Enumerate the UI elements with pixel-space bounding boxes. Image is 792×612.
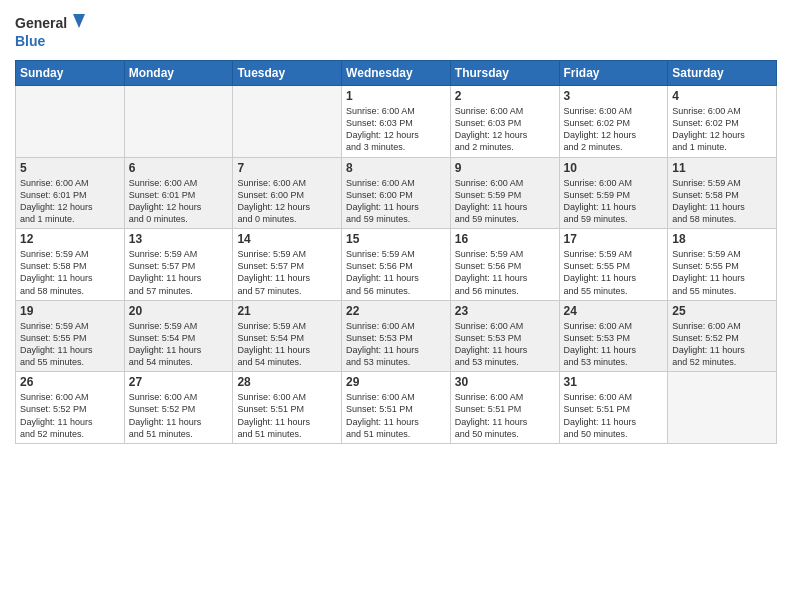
week-row-4: 19Sunrise: 5:59 AMSunset: 5:55 PMDayligh… (16, 300, 777, 372)
day-info: Sunrise: 6:00 AMSunset: 5:51 PMDaylight:… (346, 391, 446, 440)
weekday-header-tuesday: Tuesday (233, 61, 342, 86)
day-cell: 16Sunrise: 5:59 AMSunset: 5:56 PMDayligh… (450, 229, 559, 301)
day-number: 9 (455, 161, 555, 175)
weekday-header-monday: Monday (124, 61, 233, 86)
day-cell: 15Sunrise: 5:59 AMSunset: 5:56 PMDayligh… (342, 229, 451, 301)
logo-svg: General Blue (15, 10, 85, 52)
day-number: 21 (237, 304, 337, 318)
day-number: 7 (237, 161, 337, 175)
weekday-header-sunday: Sunday (16, 61, 125, 86)
day-info: Sunrise: 5:59 AMSunset: 5:55 PMDaylight:… (20, 320, 120, 369)
header: General Blue (15, 10, 777, 52)
day-info: Sunrise: 6:00 AMSunset: 6:02 PMDaylight:… (672, 105, 772, 154)
day-cell: 5Sunrise: 6:00 AMSunset: 6:01 PMDaylight… (16, 157, 125, 229)
day-cell: 31Sunrise: 6:00 AMSunset: 5:51 PMDayligh… (559, 372, 668, 444)
day-number: 3 (564, 89, 664, 103)
day-info: Sunrise: 6:00 AMSunset: 5:52 PMDaylight:… (129, 391, 229, 440)
day-cell: 18Sunrise: 5:59 AMSunset: 5:55 PMDayligh… (668, 229, 777, 301)
day-info: Sunrise: 6:00 AMSunset: 5:53 PMDaylight:… (455, 320, 555, 369)
svg-text:General: General (15, 15, 67, 31)
day-cell: 27Sunrise: 6:00 AMSunset: 5:52 PMDayligh… (124, 372, 233, 444)
day-cell: 29Sunrise: 6:00 AMSunset: 5:51 PMDayligh… (342, 372, 451, 444)
day-info: Sunrise: 6:00 AMSunset: 5:51 PMDaylight:… (564, 391, 664, 440)
day-info: Sunrise: 5:59 AMSunset: 5:57 PMDaylight:… (129, 248, 229, 297)
day-info: Sunrise: 6:00 AMSunset: 6:02 PMDaylight:… (564, 105, 664, 154)
weekday-header-wednesday: Wednesday (342, 61, 451, 86)
day-cell: 30Sunrise: 6:00 AMSunset: 5:51 PMDayligh… (450, 372, 559, 444)
day-number: 20 (129, 304, 229, 318)
day-info: Sunrise: 5:59 AMSunset: 5:55 PMDaylight:… (564, 248, 664, 297)
day-number: 17 (564, 232, 664, 246)
day-info: Sunrise: 6:00 AMSunset: 6:03 PMDaylight:… (455, 105, 555, 154)
day-number: 26 (20, 375, 120, 389)
day-cell: 10Sunrise: 6:00 AMSunset: 5:59 PMDayligh… (559, 157, 668, 229)
day-number: 4 (672, 89, 772, 103)
day-cell: 19Sunrise: 5:59 AMSunset: 5:55 PMDayligh… (16, 300, 125, 372)
day-number: 19 (20, 304, 120, 318)
day-number: 2 (455, 89, 555, 103)
day-number: 23 (455, 304, 555, 318)
day-number: 6 (129, 161, 229, 175)
week-row-5: 26Sunrise: 6:00 AMSunset: 5:52 PMDayligh… (16, 372, 777, 444)
day-info: Sunrise: 6:00 AMSunset: 5:53 PMDaylight:… (564, 320, 664, 369)
day-number: 10 (564, 161, 664, 175)
day-number: 18 (672, 232, 772, 246)
day-number: 14 (237, 232, 337, 246)
weekday-header-saturday: Saturday (668, 61, 777, 86)
day-cell: 25Sunrise: 6:00 AMSunset: 5:52 PMDayligh… (668, 300, 777, 372)
day-info: Sunrise: 5:59 AMSunset: 5:56 PMDaylight:… (455, 248, 555, 297)
week-row-2: 5Sunrise: 6:00 AMSunset: 6:01 PMDaylight… (16, 157, 777, 229)
day-info: Sunrise: 5:59 AMSunset: 5:55 PMDaylight:… (672, 248, 772, 297)
day-cell: 26Sunrise: 6:00 AMSunset: 5:52 PMDayligh… (16, 372, 125, 444)
day-cell: 3Sunrise: 6:00 AMSunset: 6:02 PMDaylight… (559, 86, 668, 158)
day-number: 13 (129, 232, 229, 246)
day-number: 1 (346, 89, 446, 103)
day-cell: 1Sunrise: 6:00 AMSunset: 6:03 PMDaylight… (342, 86, 451, 158)
svg-text:Blue: Blue (15, 33, 46, 49)
day-cell: 24Sunrise: 6:00 AMSunset: 5:53 PMDayligh… (559, 300, 668, 372)
svg-marker-2 (73, 14, 85, 28)
day-number: 5 (20, 161, 120, 175)
day-number: 27 (129, 375, 229, 389)
day-cell (233, 86, 342, 158)
weekday-header-row: SundayMondayTuesdayWednesdayThursdayFrid… (16, 61, 777, 86)
day-number: 8 (346, 161, 446, 175)
weekday-header-thursday: Thursday (450, 61, 559, 86)
day-cell: 21Sunrise: 5:59 AMSunset: 5:54 PMDayligh… (233, 300, 342, 372)
day-number: 24 (564, 304, 664, 318)
logo: General Blue (15, 10, 85, 52)
day-cell (16, 86, 125, 158)
day-cell: 6Sunrise: 6:00 AMSunset: 6:01 PMDaylight… (124, 157, 233, 229)
day-number: 30 (455, 375, 555, 389)
day-info: Sunrise: 5:59 AMSunset: 5:58 PMDaylight:… (672, 177, 772, 226)
day-info: Sunrise: 6:00 AMSunset: 5:52 PMDaylight:… (20, 391, 120, 440)
day-info: Sunrise: 5:59 AMSunset: 5:54 PMDaylight:… (237, 320, 337, 369)
day-cell: 13Sunrise: 5:59 AMSunset: 5:57 PMDayligh… (124, 229, 233, 301)
day-cell: 8Sunrise: 6:00 AMSunset: 6:00 PMDaylight… (342, 157, 451, 229)
day-cell: 9Sunrise: 6:00 AMSunset: 5:59 PMDaylight… (450, 157, 559, 229)
day-cell: 4Sunrise: 6:00 AMSunset: 6:02 PMDaylight… (668, 86, 777, 158)
page: General Blue SundayMondayTuesdayWednesda… (0, 0, 792, 612)
day-info: Sunrise: 5:59 AMSunset: 5:54 PMDaylight:… (129, 320, 229, 369)
day-info: Sunrise: 6:00 AMSunset: 5:52 PMDaylight:… (672, 320, 772, 369)
weekday-header-friday: Friday (559, 61, 668, 86)
day-info: Sunrise: 6:00 AMSunset: 5:59 PMDaylight:… (564, 177, 664, 226)
day-number: 25 (672, 304, 772, 318)
day-cell (124, 86, 233, 158)
day-info: Sunrise: 5:59 AMSunset: 5:58 PMDaylight:… (20, 248, 120, 297)
day-info: Sunrise: 6:00 AMSunset: 5:53 PMDaylight:… (346, 320, 446, 369)
day-info: Sunrise: 6:00 AMSunset: 6:01 PMDaylight:… (129, 177, 229, 226)
day-cell: 20Sunrise: 5:59 AMSunset: 5:54 PMDayligh… (124, 300, 233, 372)
day-number: 16 (455, 232, 555, 246)
day-cell (668, 372, 777, 444)
day-number: 29 (346, 375, 446, 389)
day-info: Sunrise: 6:00 AMSunset: 6:00 PMDaylight:… (237, 177, 337, 226)
week-row-3: 12Sunrise: 5:59 AMSunset: 5:58 PMDayligh… (16, 229, 777, 301)
day-cell: 14Sunrise: 5:59 AMSunset: 5:57 PMDayligh… (233, 229, 342, 301)
day-number: 15 (346, 232, 446, 246)
day-info: Sunrise: 6:00 AMSunset: 6:03 PMDaylight:… (346, 105, 446, 154)
day-number: 11 (672, 161, 772, 175)
calendar: SundayMondayTuesdayWednesdayThursdayFrid… (15, 60, 777, 444)
day-info: Sunrise: 5:59 AMSunset: 5:56 PMDaylight:… (346, 248, 446, 297)
day-number: 28 (237, 375, 337, 389)
